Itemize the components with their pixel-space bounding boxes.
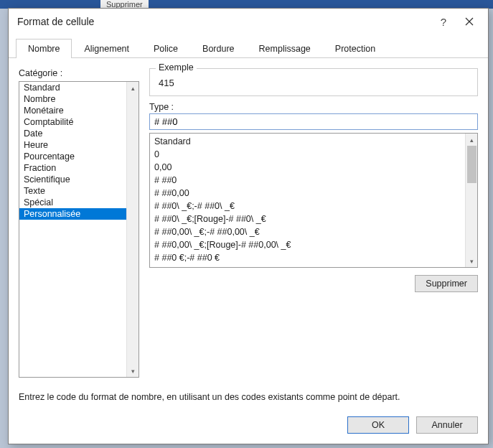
category-listbox[interactable]: Standard Nombre Monétaire Comptabilité D… <box>19 81 139 378</box>
hint-text: Entrez le code du format de nombre, en u… <box>19 392 478 402</box>
category-item-fraction[interactable]: Fraction <box>19 162 126 174</box>
format-item[interactable]: # ##0 <box>153 174 462 187</box>
category-item-date[interactable]: Date <box>19 128 126 139</box>
delete-button[interactable]: Supprimer <box>415 275 478 292</box>
dialog-title: Format de cellule <box>17 16 431 27</box>
category-item-scientifique[interactable]: Scientifique <box>19 174 126 185</box>
format-item[interactable]: # ##0,00\ _€;-# ##0,00\ _€ <box>153 225 462 238</box>
example-label: Exemple <box>156 62 197 73</box>
category-label: Catégorie : <box>19 68 139 78</box>
tab-remplissage[interactable]: Remplissage <box>247 39 323 58</box>
type-label: Type : <box>149 102 478 112</box>
dialog-footer: OK Annuler <box>9 409 488 444</box>
format-item[interactable]: 0 <box>153 148 462 161</box>
category-item-pourcentage[interactable]: Pourcentage <box>19 151 126 162</box>
ok-button[interactable]: OK <box>347 416 409 434</box>
tab-alignement[interactable]: Alignement <box>72 39 141 58</box>
example-value: 415 <box>159 78 469 88</box>
category-item-comptabilite[interactable]: Comptabilité <box>19 116 126 128</box>
category-item-personnalisee[interactable]: Personnalisée <box>19 208 126 220</box>
category-item-nombre[interactable]: Nombre <box>19 93 126 105</box>
format-item[interactable]: # ##0\ _€;[Rouge]-# ##0\ _€ <box>153 213 462 225</box>
format-cells-dialog: Format de cellule ? Nombre Alignement Po… <box>8 8 489 444</box>
format-item[interactable]: # ##0 €;[Rouge]-# ##0 € <box>153 264 462 267</box>
category-item-monetaire[interactable]: Monétaire <box>19 105 126 116</box>
scroll-down-icon[interactable]: ▾ <box>466 255 478 267</box>
format-item[interactable]: # ##0,00 <box>153 187 462 200</box>
dialog-body: Catégorie : Standard Nombre Monétaire Co… <box>9 58 488 409</box>
example-fieldset: Exemple 415 <box>149 68 478 96</box>
scroll-down-icon[interactable]: ▾ <box>127 365 139 377</box>
format-item[interactable]: 0,00 <box>153 161 462 174</box>
tab-strip: Nombre Alignement Police Bordure Remplis… <box>9 39 488 58</box>
tab-bordure[interactable]: Bordure <box>190 39 246 58</box>
type-input[interactable] <box>149 113 478 130</box>
cancel-button[interactable]: Annuler <box>416 416 478 434</box>
dialog-titlebar: Format de cellule ? <box>9 9 488 34</box>
format-item[interactable]: # ##0,00\ _€;[Rouge]-# ##0,00\ _€ <box>153 238 462 251</box>
category-item-special[interactable]: Spécial <box>19 197 126 208</box>
format-item[interactable]: # ##0\ _€;-# ##0\ _€ <box>153 200 462 213</box>
scroll-up-icon[interactable]: ▴ <box>127 82 139 94</box>
format-item[interactable]: Standard <box>153 135 462 148</box>
scroll-thumb[interactable] <box>467 146 476 183</box>
close-button[interactable] <box>456 11 482 32</box>
category-item-texte[interactable]: Texte <box>19 185 126 197</box>
format-codes-listbox[interactable]: Standard 0 0,00 # ##0 # ##0,00 # ##0\ _€… <box>149 133 478 268</box>
format-item[interactable]: # ##0 €;-# ##0 € <box>153 251 462 264</box>
tab-nombre[interactable]: Nombre <box>16 39 72 58</box>
tab-police[interactable]: Police <box>141 39 190 58</box>
category-item-standard[interactable]: Standard <box>19 82 126 93</box>
tab-protection[interactable]: Protection <box>323 39 388 58</box>
format-scrollbar[interactable]: ▴ ▾ <box>465 134 477 267</box>
category-item-heure[interactable]: Heure <box>19 139 126 151</box>
category-scrollbar[interactable]: ▴ ▾ <box>126 82 138 377</box>
scroll-up-icon[interactable]: ▴ <box>466 134 478 146</box>
close-icon <box>465 16 474 28</box>
help-button[interactable]: ? <box>431 11 456 32</box>
